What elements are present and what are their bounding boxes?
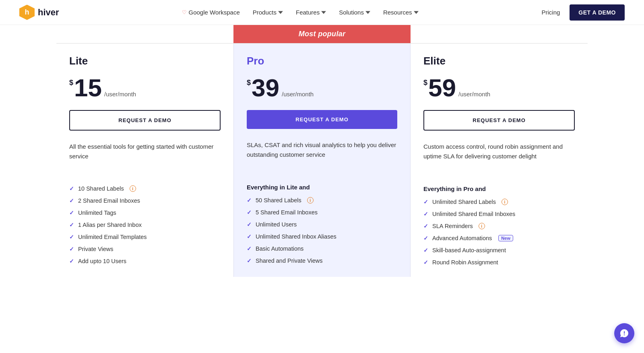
request-demo-pro[interactable]: REQUEST A DEMO bbox=[247, 110, 397, 129]
badge-new: New bbox=[498, 235, 513, 241]
nav-item-features[interactable]: Features bbox=[296, 9, 326, 16]
feature-item: ✓ SLA Reminders i bbox=[423, 223, 575, 229]
feature-text: 1 Alias per Shared Inbox bbox=[78, 222, 142, 228]
chevron-down-icon bbox=[414, 10, 419, 15]
feature-item: ✓ 5 Shared Email Inboxes bbox=[247, 209, 397, 216]
check-icon: ✓ bbox=[423, 247, 428, 253]
features-header-pro: Everything in Lite and bbox=[247, 184, 397, 191]
banner-elite bbox=[411, 25, 588, 43]
nav-label: Features bbox=[296, 9, 320, 16]
feature-text: Add upto 10 Users bbox=[78, 258, 126, 264]
feature-item: ✓ 2 Shared Email Inboxes bbox=[69, 197, 221, 204]
feature-text: SLA Reminders bbox=[432, 223, 473, 229]
price-row-pro: $ 39 /user/month bbox=[247, 75, 397, 100]
check-icon: ✓ bbox=[69, 258, 74, 264]
check-icon: ✓ bbox=[423, 223, 428, 229]
check-icon: ✓ bbox=[423, 235, 428, 241]
price-amount-pro: 39 bbox=[252, 75, 279, 100]
feature-text: Skill-based Auto-assignment bbox=[432, 247, 506, 253]
feature-item: ✓ Private Views bbox=[69, 246, 221, 252]
nav-label: Solutions bbox=[339, 9, 364, 16]
plan-pro: Pro $ 39 /user/month REQUEST A DEMO SLAs… bbox=[233, 44, 411, 277]
plan-description-pro: SLAs, CSAT and rich visual analytics to … bbox=[247, 140, 397, 172]
plan-description-elite: Custom access control, round robin assig… bbox=[423, 142, 575, 174]
features-header-elite: Everything in Pro and bbox=[423, 185, 575, 192]
nav-links: ♡ Google Workspace Products Features Sol… bbox=[182, 9, 418, 16]
price-amount-elite: 59 bbox=[428, 75, 456, 100]
feature-text: Private Views bbox=[78, 246, 114, 252]
plan-name-lite: Lite bbox=[69, 55, 221, 67]
price-dollar-pro: $ bbox=[247, 79, 251, 87]
feature-text: Unlimited Shared Email Inboxes bbox=[432, 211, 515, 217]
price-dollar-lite: $ bbox=[69, 79, 73, 87]
logo-icon: h bbox=[19, 5, 35, 20]
request-demo-lite[interactable]: REQUEST A DEMO bbox=[69, 110, 221, 131]
feature-text: 5 Shared Email Inboxes bbox=[256, 209, 318, 216]
price-row-elite: $ 59 /user/month bbox=[423, 75, 575, 100]
check-icon: ✓ bbox=[247, 257, 252, 264]
feature-text: Shared and Private Views bbox=[256, 257, 323, 264]
info-icon[interactable]: i bbox=[130, 185, 136, 192]
check-icon: ✓ bbox=[69, 185, 74, 192]
info-icon[interactable]: i bbox=[307, 197, 314, 203]
price-period-lite: /user/month bbox=[104, 91, 136, 98]
nav-item-google-workspace[interactable]: ♡ Google Workspace bbox=[182, 9, 239, 16]
check-icon: ✓ bbox=[69, 210, 74, 216]
check-icon: ✓ bbox=[423, 199, 428, 205]
feature-text: Round Robin Assignment bbox=[432, 259, 498, 266]
feature-text: 10 Shared Labels bbox=[78, 185, 124, 192]
navbar: h hiver ♡ Google Workspace Products Feat… bbox=[0, 0, 644, 25]
feature-text: 50 Shared Labels bbox=[256, 197, 301, 203]
feature-text: Unlimited Email Templates bbox=[78, 234, 147, 240]
feature-item: ✓ Unlimited Shared Inbox Aliases bbox=[247, 233, 397, 240]
logo-letter: h bbox=[25, 8, 29, 17]
chevron-down-icon bbox=[321, 10, 326, 15]
info-icon[interactable]: i bbox=[479, 223, 485, 229]
feature-item: ✓ Unlimited Tags bbox=[69, 210, 221, 216]
check-icon: ✓ bbox=[247, 209, 252, 216]
feature-list-pro: ✓ 50 Shared Labels i ✓ 5 Shared Email In… bbox=[247, 197, 397, 264]
plan-description-lite: All the essential tools for getting star… bbox=[69, 142, 221, 174]
nav-item-solutions[interactable]: Solutions bbox=[339, 9, 370, 16]
chevron-down-icon bbox=[278, 10, 283, 15]
price-dollar-elite: $ bbox=[423, 79, 427, 87]
logo[interactable]: h hiver bbox=[19, 5, 59, 20]
request-demo-elite[interactable]: REQUEST A DEMO bbox=[423, 110, 575, 131]
feature-text: Unlimited Shared Inbox Aliases bbox=[256, 233, 336, 240]
check-icon: ✓ bbox=[247, 221, 252, 228]
info-icon[interactable]: i bbox=[502, 199, 508, 205]
check-icon: ✓ bbox=[247, 233, 252, 240]
feature-item: ✓ Basic Automations bbox=[247, 245, 397, 252]
feature-text: Unlimited Shared Labels bbox=[432, 199, 496, 205]
plan-lite: Lite $ 15 /user/month REQUEST A DEMO All… bbox=[56, 44, 233, 277]
feature-item: ✓ Unlimited Shared Email Inboxes bbox=[423, 211, 575, 217]
logo-name: hiver bbox=[38, 7, 59, 18]
price-period-pro: /user/month bbox=[282, 91, 314, 98]
banner-row: Most popular bbox=[56, 25, 588, 43]
check-icon: ✓ bbox=[69, 197, 74, 204]
price-row-lite: $ 15 /user/month bbox=[69, 75, 221, 100]
feature-list-lite: ✓ 10 Shared Labels i ✓ 2 Shared Email In… bbox=[69, 185, 221, 264]
nav-label: Resources bbox=[383, 9, 412, 16]
check-icon: ✓ bbox=[247, 245, 252, 252]
feature-item: ✓ 1 Alias per Shared Inbox bbox=[69, 222, 221, 228]
feature-text: 2 Shared Email Inboxes bbox=[78, 197, 140, 204]
check-icon: ✓ bbox=[69, 246, 74, 252]
most-popular-banner: Most popular bbox=[233, 25, 411, 43]
nav-item-products[interactable]: Products bbox=[253, 9, 283, 16]
get-demo-button[interactable]: GET A DEMO bbox=[570, 4, 625, 21]
feature-item: ✓ Round Robin Assignment bbox=[423, 259, 575, 266]
feature-item: ✓ Skill-based Auto-assignment bbox=[423, 247, 575, 253]
feature-item: ✓ 50 Shared Labels i bbox=[247, 197, 397, 203]
chevron-down-icon bbox=[365, 10, 370, 15]
nav-actions: Pricing GET A DEMO bbox=[542, 4, 625, 21]
feature-list-elite: ✓ Unlimited Shared Labels i ✓ Unlimited … bbox=[423, 199, 575, 266]
plan-elite: Elite $ 59 /user/month REQUEST A DEMO Cu… bbox=[411, 44, 588, 277]
nav-item-resources[interactable]: Resources bbox=[383, 9, 419, 16]
feature-text: Basic Automations bbox=[256, 245, 303, 252]
feature-item: ✓ Add upto 10 Users bbox=[69, 258, 221, 264]
check-icon: ✓ bbox=[69, 234, 74, 240]
pricing-link[interactable]: Pricing bbox=[542, 9, 560, 16]
price-period-elite: /user/month bbox=[458, 91, 490, 98]
feature-text: Advanced Automations bbox=[432, 235, 492, 241]
